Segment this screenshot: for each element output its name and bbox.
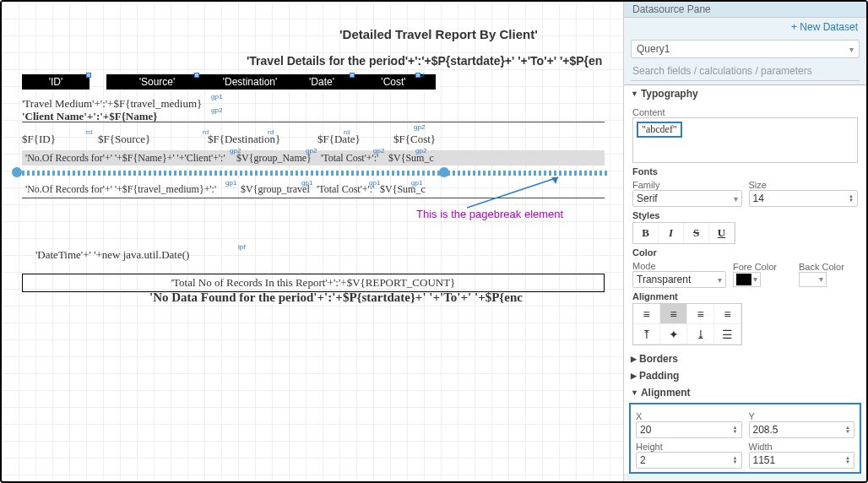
color-mode-select[interactable]: Transparent▾ xyxy=(632,271,726,288)
color-label: Color xyxy=(632,247,858,258)
tag-gp2: gp2 xyxy=(230,147,241,155)
header-row[interactable]: 'ID' 'Source' 'Destination' 'Date' 'Cost… xyxy=(22,74,436,90)
chevron-down-icon: ▾ xyxy=(718,275,722,285)
summary-records: 'No.Of Records for'+' '+$F{Name}+' '+'Cl… xyxy=(25,152,236,164)
alignment-grid: ≡ ≡ ≡ ≡ ⤒ ✦ ⤓ ☰ xyxy=(632,303,742,345)
font-family-select[interactable]: Serif▾ xyxy=(632,190,742,207)
header-id[interactable]: 'ID' xyxy=(22,74,90,90)
height-stepper[interactable]: 2▲▼ xyxy=(636,452,742,469)
report-canvas[interactable]: 'Detailed Travel Report By Client' 'Trav… xyxy=(2,2,623,481)
italic-button[interactable]: I xyxy=(659,223,684,243)
tag-gp1: gp1 xyxy=(411,179,422,187)
stepper-icon[interactable]: ▲▼ xyxy=(733,456,738,464)
underline-button[interactable]: U xyxy=(709,223,735,243)
family-label: Family xyxy=(632,180,742,190)
borders-section-header[interactable]: ▶Borders xyxy=(624,350,866,367)
height-label: Height xyxy=(636,442,742,452)
alignment-section-header[interactable]: ▼Alignment xyxy=(624,384,866,401)
header-date[interactable]: 'Date' xyxy=(292,74,351,90)
size-label: Size xyxy=(749,180,859,190)
triangle-down-icon: ▼ xyxy=(631,388,638,397)
tag-gp1: gp1 xyxy=(301,179,312,187)
divider xyxy=(22,122,605,122)
datasource-pane-header: Datasource Pane xyxy=(624,2,866,18)
align-justify-button[interactable]: ≡ xyxy=(714,304,741,324)
width-stepper[interactable]: 1151▲▼ xyxy=(749,452,855,469)
align-top-button[interactable]: ⤒ xyxy=(633,324,660,345)
tag-gp2: gp2 xyxy=(373,147,384,155)
travel-medium-field[interactable]: 'Travel Medium'+':'+$F{travel_medium} xyxy=(22,97,623,111)
align-left-button[interactable]: ≡ xyxy=(633,304,660,324)
y-stepper[interactable]: 208.5▲▼ xyxy=(749,421,855,438)
header-destination[interactable]: 'Destination' xyxy=(208,74,292,90)
fore-color-label: Fore Color xyxy=(733,262,792,272)
align-distribute-button[interactable]: ☰ xyxy=(714,324,741,345)
triangle-right-icon: ▶ xyxy=(631,372,637,380)
tag-gp2: gp2 xyxy=(306,147,317,155)
back-color-label: Back Color xyxy=(799,262,858,272)
back-color-picker[interactable]: ▾ xyxy=(799,272,827,287)
x-label: X xyxy=(636,411,742,421)
styles-label: Styles xyxy=(632,210,858,220)
typography-section-header[interactable]: ▼Typography xyxy=(624,85,866,102)
mode-label: Mode xyxy=(632,261,726,271)
field-source[interactable]: $F{Source} xyxy=(98,133,208,146)
nodata-field[interactable]: 'No Data Found for the period'+':'+$P{st… xyxy=(149,290,523,305)
stepper-icon[interactable]: ▲▼ xyxy=(845,426,850,434)
alignment-label: Alignment xyxy=(632,291,858,301)
position-size-panel: X 20▲▼ Y 208.5▲▼ Height 2▲▼ Width 1151▲▼ xyxy=(629,403,861,474)
padding-section-header[interactable]: ▶Padding xyxy=(624,367,866,384)
tag-cl: cl xyxy=(420,71,425,79)
svg-line-0 xyxy=(467,177,558,208)
properties-sidebar: Datasource Pane + New Dataset Query1▾ Se… xyxy=(623,2,866,481)
content-textarea[interactable]: "abcdef" xyxy=(632,117,858,163)
annotation-note: This is the pagebreak element xyxy=(416,208,563,220)
tag-rd: rd xyxy=(86,128,92,136)
tag-gp1: gp1 xyxy=(225,179,236,187)
summary-cost-value: $V{Sum_c xyxy=(388,152,434,164)
y-label: Y xyxy=(749,411,855,421)
field-cost[interactable]: $F{Cost} xyxy=(393,133,461,146)
stepper-icon[interactable]: ▲▼ xyxy=(845,456,850,464)
tag-lpf: lpf xyxy=(238,243,245,251)
triangle-down-icon: ▼ xyxy=(631,90,638,98)
color-swatch-icon xyxy=(736,274,751,285)
tag-gp2: gp2 xyxy=(414,123,425,131)
fore-color-picker[interactable]: ▾ xyxy=(733,272,761,287)
tag-marker xyxy=(194,73,199,78)
fonts-label: Fonts xyxy=(632,166,858,176)
align-bottom-button[interactable]: ⤓ xyxy=(687,324,714,345)
svg-marker-1 xyxy=(551,177,558,184)
stepper-icon[interactable]: ▲▼ xyxy=(733,426,738,434)
x-stepper[interactable]: 20▲▼ xyxy=(636,421,742,438)
bold-button[interactable]: B xyxy=(633,223,659,243)
query-select[interactable]: Query1▾ xyxy=(631,40,860,58)
search-input[interactable]: Search fields / calculations / parameter… xyxy=(631,62,860,81)
align-center-button[interactable]: ≡ xyxy=(660,304,687,324)
width-label: Width xyxy=(749,442,855,452)
total-records-field[interactable]: 'Total No of Records In this Report'+':'… xyxy=(22,274,605,292)
strikethrough-button[interactable]: S xyxy=(684,223,709,243)
tag-gp2: gp2 xyxy=(415,147,426,155)
align-middle-button[interactable]: ✦ xyxy=(660,324,687,345)
content-value-highlight: "abcdef" xyxy=(637,122,682,138)
font-size-stepper[interactable]: 14▲▼ xyxy=(749,190,859,207)
content-label: Content xyxy=(632,107,858,117)
report-subtitle[interactable]: 'Travel Details for the period'+':'+$P{s… xyxy=(247,54,602,68)
tag-marker xyxy=(350,73,355,78)
tag-gp1: gp1 xyxy=(211,93,222,100)
tag-marker xyxy=(86,73,91,78)
field-date[interactable]: $F{Date} xyxy=(317,133,393,146)
tag-gp2: gp2 xyxy=(211,106,222,114)
report-title[interactable]: 'Detailed Travel Report By Client' xyxy=(339,27,538,41)
style-button-group: B I S U xyxy=(632,222,735,244)
stepper-icon[interactable]: ▲▼ xyxy=(849,194,854,203)
tag-rd: rd xyxy=(344,128,350,136)
datetime-field[interactable]: 'DateTime'+' '+new java.util.Date() xyxy=(35,248,623,262)
header-source[interactable]: 'Source' xyxy=(106,74,208,90)
chevron-down-icon: ▾ xyxy=(849,45,854,54)
align-right-button[interactable]: ≡ xyxy=(687,304,714,324)
field-destination[interactable]: $F{Destination} xyxy=(208,133,317,146)
tag-rd: rd xyxy=(268,128,274,136)
new-dataset-button[interactable]: + New Dataset xyxy=(624,18,866,36)
